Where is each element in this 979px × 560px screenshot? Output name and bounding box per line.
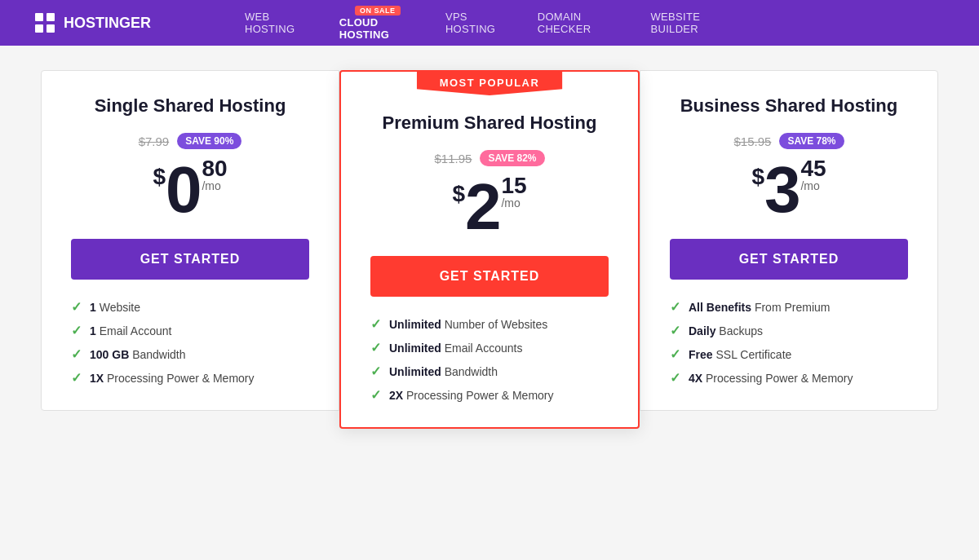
- header: HOSTINGER WEB HOSTING ON SALE CLOUD HOST…: [0, 0, 979, 46]
- price-dollar-premium: $: [452, 181, 465, 207]
- price-dollar-single: $: [153, 164, 166, 190]
- check-icon-single-3: ✓: [71, 370, 82, 386]
- features-list-single: ✓ 1 Website ✓ 1 Email Account ✓ 100 GB B…: [71, 299, 309, 386]
- get-started-btn-business[interactable]: GET STARTED: [670, 239, 908, 280]
- get-started-btn-single[interactable]: GET STARTED: [71, 239, 309, 280]
- check-icon-business-3: ✓: [670, 370, 680, 386]
- price-mo-single: /mo: [202, 180, 227, 192]
- navigation: WEB HOSTING ON SALE CLOUD HOSTING VPS HO…: [245, 6, 734, 41]
- check-icon-premium-3: ✓: [370, 387, 381, 403]
- price-cents-single: 80: [202, 157, 227, 180]
- on-sale-badge: ON SALE: [355, 6, 401, 15]
- nav-website-builder[interactable]: WEBSITE BUILDER: [651, 11, 734, 35]
- feature-item-premium-3: ✓ 2X Processing Power & Memory: [370, 387, 609, 403]
- original-price-single: $7.99: [139, 134, 170, 148]
- price-row-premium: $11.95 SAVE 82%: [370, 150, 609, 166]
- feature-text-single-1: 1 Email Account: [90, 324, 171, 337]
- feature-text-business-1: Daily Backups: [689, 324, 763, 337]
- nav-vps-hosting[interactable]: VPS HOSTING: [445, 11, 508, 35]
- logo-text: HOSTINGER: [64, 15, 151, 32]
- logo-icon: [33, 11, 57, 35]
- features-list-business: ✓ All Benefits From Premium ✓ Daily Back…: [670, 299, 908, 386]
- pricing-cards-container: MOST POPULAR Single Shared Hosting $7.99…: [41, 70, 938, 429]
- price-dollar-business: $: [751, 164, 764, 190]
- check-icon-single-2: ✓: [71, 346, 82, 362]
- svg-rect-2: [35, 24, 43, 33]
- save-badge-single: SAVE 90%: [177, 133, 241, 149]
- price-mo-business: /mo: [800, 180, 826, 192]
- feature-text-single-3: 1X Processing Power & Memory: [90, 372, 255, 385]
- price-cents-business: 45: [800, 157, 826, 180]
- feature-item-single-2: ✓ 100 GB Bandwidth: [71, 346, 309, 362]
- check-icon-business-0: ✓: [670, 299, 680, 315]
- original-price-premium: $11.95: [434, 152, 472, 165]
- price-row-business: $15.95 SAVE 78%: [670, 133, 908, 149]
- check-icon-premium-0: ✓: [370, 316, 381, 332]
- check-icon-premium-1: ✓: [370, 340, 381, 355]
- feature-item-single-0: ✓ 1 Website: [71, 299, 309, 315]
- feature-item-single-1: ✓ 1 Email Account: [71, 323, 309, 338]
- save-badge-premium: SAVE 82%: [480, 150, 544, 166]
- nav-domain-checker[interactable]: DOMAIN CHECKER: [538, 11, 622, 35]
- feature-text-business-0: All Benefits From Premium: [689, 301, 830, 314]
- price-number-single: 0: [166, 157, 202, 223]
- check-icon-business-1: ✓: [670, 323, 680, 338]
- feature-item-business-3: ✓ 4X Processing Power & Memory: [670, 370, 908, 386]
- feature-text-business-3: 4X Processing Power & Memory: [689, 372, 853, 385]
- price-right-business: 45 /mo: [800, 157, 826, 198]
- price-cents-premium: 15: [501, 174, 526, 197]
- check-icon-business-2: ✓: [670, 346, 680, 362]
- price-display-business: $ 3 45 /mo: [670, 157, 908, 223]
- feature-item-single-3: ✓ 1X Processing Power & Memory: [71, 370, 309, 386]
- nav-cloud-hosting[interactable]: CLOUD HOSTING: [339, 16, 416, 41]
- feature-item-business-0: ✓ All Benefits From Premium: [670, 299, 908, 315]
- check-icon-single-0: ✓: [71, 299, 82, 315]
- feature-text-premium-3: 2X Processing Power & Memory: [389, 389, 554, 402]
- price-right-premium: 15 /mo: [501, 174, 526, 215]
- get-started-btn-premium[interactable]: GET STARTED: [370, 256, 609, 297]
- price-row-single: $7.99 SAVE 90%: [71, 133, 309, 149]
- feature-text-premium-0: Unlimited Number of Websites: [389, 318, 547, 331]
- feature-text-premium-2: Unlimited Bandwidth: [389, 365, 498, 378]
- price-mo-premium: /mo: [501, 197, 526, 209]
- price-right-single: 80 /mo: [202, 157, 227, 198]
- feature-text-single-2: 100 GB Bandwidth: [90, 348, 186, 361]
- price-number-business: 3: [764, 157, 801, 223]
- nav-web-hosting[interactable]: WEB HOSTING: [245, 11, 310, 35]
- features-list-premium: ✓ Unlimited Number of Websites ✓ Unlimit…: [370, 316, 609, 403]
- feature-item-business-2: ✓ Free SSL Certificate: [670, 346, 908, 362]
- plan-card-business: Business Shared Hosting $15.95 SAVE 78% …: [640, 70, 938, 411]
- original-price-business: $15.95: [733, 134, 771, 148]
- main-content: MOST POPULAR Single Shared Hosting $7.99…: [0, 46, 979, 445]
- plan-title-single: Single Shared Hosting: [71, 95, 309, 117]
- nav-cloud-hosting-wrapper: ON SALE CLOUD HOSTING: [339, 6, 416, 41]
- feature-item-premium-0: ✓ Unlimited Number of Websites: [370, 316, 609, 332]
- feature-text-premium-1: Unlimited Email Accounts: [389, 342, 522, 355]
- price-display-single: $ 0 80 /mo: [71, 157, 309, 223]
- plan-card-premium: Premium Shared Hosting $11.95 SAVE 82% $…: [339, 70, 640, 429]
- plan-card-single: Single Shared Hosting $7.99 SAVE 90% $ 0…: [41, 70, 339, 411]
- plan-title-premium: Premium Shared Hosting: [370, 112, 609, 134]
- feature-text-single-0: 1 Website: [90, 301, 140, 314]
- logo[interactable]: HOSTINGER: [33, 11, 151, 35]
- svg-rect-0: [35, 13, 43, 21]
- feature-item-premium-1: ✓ Unlimited Email Accounts: [370, 340, 609, 355]
- price-number-premium: 2: [465, 174, 502, 240]
- save-badge-business: SAVE 78%: [779, 133, 844, 149]
- check-icon-premium-2: ✓: [370, 364, 381, 379]
- price-display-premium: $ 2 15 /mo: [370, 174, 609, 240]
- feature-item-business-1: ✓ Daily Backups: [670, 323, 908, 338]
- svg-rect-3: [47, 24, 55, 33]
- feature-text-business-2: Free SSL Certificate: [689, 348, 791, 361]
- svg-rect-1: [47, 13, 55, 21]
- check-icon-single-1: ✓: [71, 323, 82, 338]
- plan-title-business: Business Shared Hosting: [670, 95, 908, 117]
- feature-item-premium-2: ✓ Unlimited Bandwidth: [370, 364, 609, 379]
